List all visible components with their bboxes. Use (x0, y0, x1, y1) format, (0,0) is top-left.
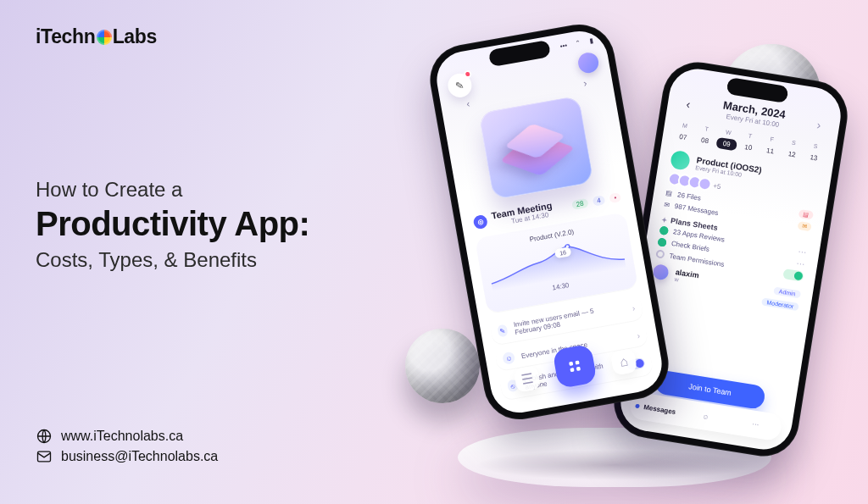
user-icon: ☺ (502, 352, 515, 365)
phone-mockups: ••• ⌃ ▮ ✎ ‹ › ◎ (441, 24, 839, 464)
prev-button[interactable]: ‹ (465, 97, 470, 109)
phone-right-screen: ‹ March, 2024 Every Fri at 10:00 › M T W… (616, 65, 844, 454)
more-icon: ⋯ (752, 420, 760, 429)
battery-icon: ▮ (589, 37, 594, 46)
folder-icon: ▤ (665, 189, 673, 197)
chip-red: • (609, 192, 622, 203)
wifi-icon: ⌃ (575, 39, 581, 47)
phone-left-screen: ••• ⌃ ▮ ✎ ‹ › ◎ (432, 27, 666, 418)
notif-dot (464, 69, 472, 78)
weekday: S (783, 136, 804, 149)
email-row: business@iTechnolabs.ca (36, 448, 218, 465)
tab-more[interactable]: ⋯ (729, 407, 783, 442)
phone-left: ••• ⌃ ▮ ✎ ‹ › ◎ (425, 19, 674, 424)
contact-block: www.iTechnolabs.ca business@iTechnolabs.… (36, 424, 218, 465)
date-cell[interactable]: 11 (760, 144, 782, 158)
svg-rect-4 (575, 360, 579, 364)
date-cell[interactable]: 10 (737, 141, 760, 155)
weekday: S (804, 140, 826, 152)
avatar-more: +5 (713, 181, 721, 190)
globe-icon (36, 428, 53, 445)
messages-badge: ✉ (797, 221, 811, 231)
tab-dot (635, 403, 640, 408)
kebab-icon[interactable]: ⋯ (795, 258, 806, 269)
weekday: T (696, 123, 717, 136)
notification-button[interactable]: ✎ (446, 72, 473, 99)
avatar[interactable] (576, 51, 600, 75)
tab-label: Messages (643, 403, 676, 416)
date-cell[interactable]: 12 (781, 147, 803, 162)
hero-illustration (478, 96, 593, 200)
chevron-icon: › (637, 330, 641, 340)
files-badge: ▤ (798, 209, 814, 220)
date-cell[interactable]: 07 (672, 130, 694, 145)
chip-blue: 4 (592, 195, 605, 206)
check-icon (655, 249, 665, 258)
brand-suffix: Labs (113, 25, 157, 47)
weekday: M (674, 119, 695, 132)
website-row: www.iTechnolabs.ca (36, 428, 218, 445)
check-icon (657, 237, 666, 246)
kebab-icon[interactable]: ⋯ (798, 246, 809, 258)
next-button[interactable]: › (582, 77, 587, 89)
grid-icon (566, 357, 584, 375)
date-cell-selected[interactable]: 09 (715, 137, 737, 152)
forward-button[interactable]: › (810, 114, 829, 134)
promo-banner: iTechnLabs How to Create a Productivity … (0, 0, 868, 504)
website-text: www.iTechnolabs.ca (61, 429, 183, 444)
tab-people[interactable]: ☺ (678, 399, 732, 434)
date-cell[interactable]: 13 (803, 151, 825, 165)
check-icon (659, 225, 669, 235)
people-icon: ☺ (702, 413, 709, 421)
chevron-icon: › (632, 303, 636, 313)
role-badge: Admin (773, 286, 801, 298)
brand-logo: iTechnLabs (36, 25, 157, 48)
meeting-icon: ◎ (472, 213, 488, 230)
date-cell[interactable]: 08 (694, 134, 716, 148)
weekday: W (718, 126, 739, 139)
meeting-chips: 28 4 • (571, 192, 621, 210)
svg-rect-1 (38, 451, 51, 462)
headline-pre: How to Create a (36, 178, 400, 202)
email-text: business@iTechnolabs.ca (61, 449, 218, 464)
headline-sub: Costs, Types, & Benefits (36, 248, 400, 272)
mail-icon (36, 448, 53, 465)
svg-rect-5 (570, 368, 574, 372)
headline: How to Create a Productivity App: Costs,… (36, 178, 400, 272)
weekday: T (739, 130, 760, 142)
doc-icon: ✎ (497, 324, 509, 338)
brand-prefix: iTechn (36, 25, 96, 47)
brand-o-icon (97, 30, 112, 45)
join-team-label: Join to Team (688, 382, 732, 397)
chip-green: 28 (571, 198, 589, 210)
headline-main: Productivity App: (36, 205, 400, 243)
chat-icon: ✎ (454, 79, 465, 92)
svg-rect-3 (569, 362, 573, 366)
svg-rect-6 (576, 367, 581, 371)
back-button[interactable]: ‹ (679, 94, 698, 114)
weekday: F (761, 133, 782, 146)
chat-icon: ✉ (664, 200, 670, 208)
avatar (697, 176, 712, 191)
signal-icon: ••• (559, 42, 568, 50)
